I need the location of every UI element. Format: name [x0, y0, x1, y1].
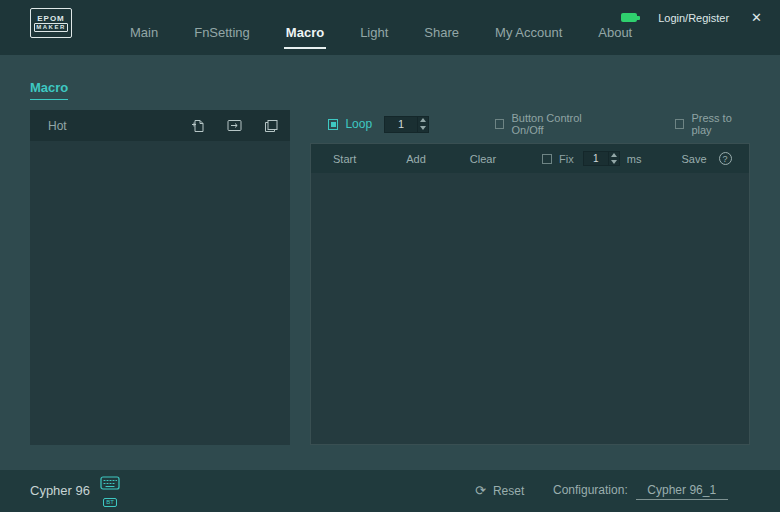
logo-text: EPOM: [37, 14, 65, 23]
hot-panel: Hot: [30, 110, 290, 445]
macro-toolbar: Start Add Clear Fix 1 ms Save ?: [311, 144, 749, 173]
configuration-value[interactable]: Cypher 96_1: [636, 483, 728, 500]
fix-toggle[interactable]: Fix: [542, 153, 574, 165]
logo-subtext: MAKER: [34, 23, 68, 32]
battery-nub: [637, 16, 640, 20]
ms-unit-label: ms: [627, 153, 642, 165]
loop-label: Loop: [345, 117, 372, 131]
bt-badge: BT: [103, 498, 117, 507]
tab-about[interactable]: About: [596, 21, 634, 49]
tab-light[interactable]: Light: [358, 21, 390, 49]
reset-button[interactable]: ⟳ Reset: [475, 483, 524, 498]
import-macro-icon[interactable]: [227, 119, 242, 132]
status-bar: Cypher 96 BT ⟳ Reset Configuration: Cyph…: [0, 470, 780, 512]
tab-main[interactable]: Main: [128, 21, 160, 49]
macro-steps-area[interactable]: [311, 173, 749, 444]
app-window: EPOM MAKER Main FnSetting Macro Light Sh…: [0, 0, 780, 512]
press-to-play-toggle[interactable]: Press to play: [675, 112, 750, 136]
help-icon[interactable]: ?: [719, 152, 732, 165]
fix-ms-value[interactable]: 1: [584, 152, 608, 165]
button-control-checkbox[interactable]: [495, 119, 504, 129]
press-to-play-checkbox[interactable]: [675, 119, 684, 129]
save-button[interactable]: Save: [681, 153, 706, 165]
hot-panel-header: Hot: [30, 110, 290, 141]
fix-checkbox[interactable]: [542, 154, 552, 164]
hot-panel-actions: [191, 119, 278, 133]
fix-label: Fix: [559, 153, 574, 165]
loop-count-spinner: [417, 117, 428, 132]
epomaker-logo: EPOM MAKER: [30, 8, 72, 38]
start-button[interactable]: Start: [333, 153, 356, 165]
configuration-label: Configuration:: [553, 483, 628, 497]
main-nav: Main FnSetting Macro Light Share My Acco…: [128, 21, 634, 55]
tab-share[interactable]: Share: [422, 21, 461, 49]
tab-fnsetting[interactable]: FnSetting: [192, 21, 252, 49]
macro-controls-row: Loop 1 Button Control On/Off Press to pl…: [310, 112, 750, 136]
add-button[interactable]: Add: [406, 153, 426, 165]
new-macro-icon[interactable]: [191, 119, 205, 133]
fix-ms-spinner: [608, 152, 619, 165]
clear-button[interactable]: Clear: [470, 153, 496, 165]
reset-label: Reset: [493, 484, 524, 498]
loop-spin-up-icon[interactable]: [418, 117, 428, 125]
battery-body: [621, 13, 637, 22]
configuration-group: Configuration: Cypher 96_1: [553, 483, 728, 500]
press-to-play-label: Press to play: [691, 112, 750, 136]
loop-count-value[interactable]: 1: [385, 117, 417, 132]
keyboard-bt-button[interactable]: BT: [98, 476, 122, 508]
page-title: Macro: [30, 80, 68, 100]
device-name: Cypher 96: [30, 483, 90, 498]
loop-icon[interactable]: [328, 119, 338, 130]
close-icon[interactable]: ✕: [751, 10, 762, 25]
hot-panel-title: Hot: [48, 119, 67, 133]
tab-macro[interactable]: Macro: [284, 21, 326, 49]
button-control-toggle[interactable]: Button Control On/Off: [495, 112, 609, 136]
fix-spin-down-icon[interactable]: [609, 159, 619, 166]
refresh-icon: ⟳: [475, 483, 486, 498]
button-control-label: Button Control On/Off: [511, 112, 609, 136]
loop-spin-down-icon[interactable]: [418, 124, 428, 132]
battery-icon: [621, 13, 640, 22]
copy-macro-icon[interactable]: [264, 119, 278, 133]
loop-count-stepper[interactable]: 1: [384, 116, 429, 133]
login-register-link[interactable]: Login/Register: [658, 12, 729, 24]
macro-editor-panel: Start Add Clear Fix 1 ms Save ?: [310, 143, 750, 445]
keyboard-icon: [100, 476, 120, 490]
top-bar: EPOM MAKER Main FnSetting Macro Light Sh…: [0, 0, 780, 55]
tab-my-account[interactable]: My Account: [493, 21, 564, 49]
fix-ms-stepper[interactable]: 1: [583, 151, 620, 166]
topbar-right-group: Login/Register ✕: [621, 10, 762, 25]
